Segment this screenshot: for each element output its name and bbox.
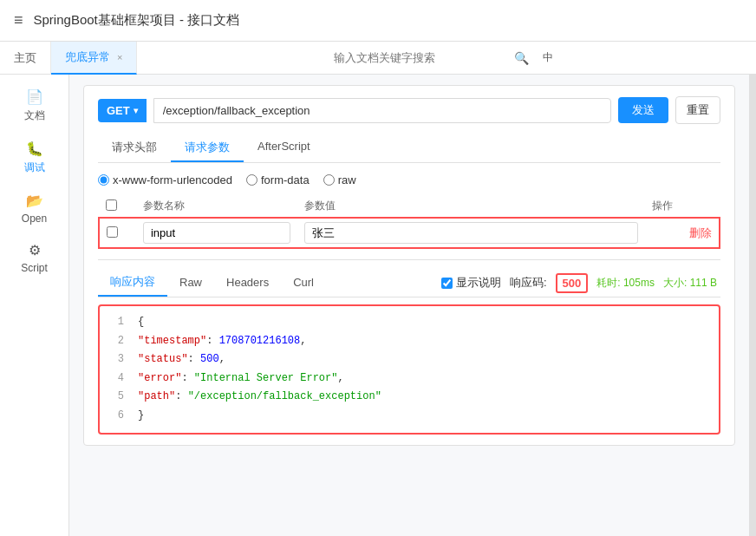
line-num-2: 2 xyxy=(110,332,124,351)
time-label: 耗时: xyxy=(596,277,620,289)
tab-exception-label: 兜底异常 xyxy=(65,49,110,65)
radio-formdata-label: form-data xyxy=(261,173,310,186)
radio-raw[interactable]: raw xyxy=(323,173,356,186)
api-card: GET ▾ 发送 重置 请求头部 请求参数 AfterScript x-www-… xyxy=(83,85,735,446)
sidebar-label-debug: 调试 xyxy=(24,160,45,175)
line-num-1: 1 xyxy=(110,313,124,332)
code-line-3: 3 "status": 500, xyxy=(110,350,708,369)
code-line-5: 5 "path": "/exception/fallback_exception… xyxy=(110,388,708,407)
code-content-2: "timestamp": 1708701216108, xyxy=(138,332,708,351)
script-icon: ⚙ xyxy=(29,242,41,258)
radio-raw-label: raw xyxy=(338,173,356,186)
resp-tab-headers[interactable]: Headers xyxy=(214,271,281,296)
line-num-4: 4 xyxy=(110,369,124,389)
open-icon: 📂 xyxy=(26,193,43,209)
tab-exception[interactable]: 兜底异常 × xyxy=(51,42,137,75)
radio-formdata[interactable]: form-data xyxy=(246,173,310,186)
col-header-checkbox xyxy=(99,195,136,218)
code-line-6: 6 } xyxy=(110,407,708,426)
show-desc-label[interactable]: 显示说明 xyxy=(441,275,501,291)
table-row: 删除 xyxy=(99,218,720,248)
radio-urlencoded[interactable]: x-www-form-urlencoded xyxy=(98,173,232,186)
tab-afterscript[interactable]: AfterScript xyxy=(244,134,324,162)
code-content-5: "path": "/exception/fallback_exception" xyxy=(138,388,708,407)
menu-icon[interactable]: ≡ xyxy=(14,11,23,29)
code-content-4: "error": "Internal Server Error", xyxy=(138,369,708,389)
status-badge: 500 xyxy=(556,273,589,293)
resp-tab-content[interactable]: 响应内容 xyxy=(98,269,167,297)
select-all-checkbox[interactable] xyxy=(106,199,117,211)
reset-button[interactable]: 重置 xyxy=(675,96,720,124)
doc-icon: 📄 xyxy=(26,88,43,105)
show-desc-text: 显示说明 xyxy=(456,275,501,291)
tab-search-area: 🔍 中 xyxy=(137,50,756,65)
url-input[interactable] xyxy=(153,98,611,123)
response-meta: 显示说明 响应码: 500 耗时: 105ms 大小: 111 B xyxy=(441,273,720,293)
code-line-4: 4 "error": "Internal Server Error", xyxy=(110,369,708,389)
status-prefix: 响应码: xyxy=(510,275,547,291)
sidebar-label-script: Script xyxy=(21,262,48,274)
debug-icon: 🐛 xyxy=(26,141,43,157)
sidebar-item-debug[interactable]: 🐛 调试 xyxy=(0,134,68,182)
tab-close-icon[interactable]: × xyxy=(117,52,122,62)
col-header-name: 参数名称 xyxy=(136,195,297,218)
sidebar: 📄 文档 🐛 调试 📂 Open ⚙ Script xyxy=(0,75,69,536)
radio-urlencoded-label: x-www-form-urlencoded xyxy=(113,173,232,186)
app-title: SpringBoot基础框架项目 - 接口文档 xyxy=(34,12,240,29)
send-button[interactable]: 发送 xyxy=(618,97,668,123)
delete-button[interactable]: 删除 xyxy=(689,226,712,241)
body-type-group: x-www-form-urlencoded form-data raw xyxy=(98,173,720,186)
code-content-3: "status": 500, xyxy=(138,350,708,369)
method-row: GET ▾ 发送 重置 xyxy=(98,96,720,124)
top-bar: ≡ SpringBoot基础框架项目 - 接口文档 xyxy=(0,0,756,42)
col-header-action: 操作 xyxy=(645,195,720,218)
response-tabs: 响应内容 Raw Headers Curl 显示说明 响应码: 500 耗时: … xyxy=(98,269,720,297)
size-label: 大小: xyxy=(663,277,687,289)
code-content-1: { xyxy=(138,313,708,332)
time-info: 耗时: 105ms 大小: 111 B xyxy=(596,276,717,291)
line-num-6: 6 xyxy=(110,407,124,426)
code-line-2: 2 "timestamp": 1708701216108, xyxy=(110,332,708,351)
line-num-3: 3 xyxy=(110,350,124,369)
sidebar-item-open[interactable]: 📂 Open xyxy=(0,186,68,232)
tab-main-label: 主页 xyxy=(14,50,36,66)
method-button[interactable]: GET ▾ xyxy=(98,99,147,122)
col-header-value: 参数值 xyxy=(297,195,645,218)
params-table: 参数名称 参数值 操作 xyxy=(98,195,720,249)
search-input[interactable] xyxy=(334,51,507,64)
param-name-input[interactable] xyxy=(143,222,290,244)
sidebar-item-script[interactable]: ⚙ Script xyxy=(0,235,68,281)
resp-tab-curl[interactable]: Curl xyxy=(281,271,326,296)
tab-main[interactable]: 主页 xyxy=(0,42,51,75)
tab-bar: 主页 兜底异常 × 🔍 中 xyxy=(0,42,756,75)
sidebar-label-doc: 文档 xyxy=(24,108,45,123)
request-sub-tabs: 请求头部 请求参数 AfterScript xyxy=(98,134,720,163)
tab-request-params[interactable]: 请求参数 xyxy=(171,134,244,162)
resp-tab-raw[interactable]: Raw xyxy=(167,271,214,296)
time-value: 105ms xyxy=(623,277,655,289)
search-icon[interactable]: 🔍 xyxy=(514,51,529,65)
param-checkbox[interactable] xyxy=(107,226,118,238)
sidebar-label-open: Open xyxy=(22,212,47,225)
scrollbar[interactable] xyxy=(749,75,756,536)
method-label: GET xyxy=(107,104,130,117)
sidebar-item-doc[interactable]: 📄 文档 xyxy=(0,82,68,130)
show-desc-checkbox[interactable] xyxy=(441,278,453,289)
content-area: GET ▾ 发送 重置 请求头部 请求参数 AfterScript x-www-… xyxy=(69,75,749,536)
param-value-input[interactable] xyxy=(304,222,638,244)
divider xyxy=(98,259,720,260)
size-value: 111 B xyxy=(690,277,717,289)
response-code-block: 1 { 2 "timestamp": 1708701216108, 3 "sta… xyxy=(98,304,720,435)
line-num-5: 5 xyxy=(110,388,124,407)
code-line-1: 1 { xyxy=(110,313,708,332)
method-chevron-icon: ▾ xyxy=(134,106,138,115)
lang-badge: 中 xyxy=(536,50,560,65)
main-layout: 📄 文档 🐛 调试 📂 Open ⚙ Script GET ▾ 发送 xyxy=(0,75,756,536)
code-content-6: } xyxy=(138,407,708,426)
tab-request-headers[interactable]: 请求头部 xyxy=(98,134,171,162)
